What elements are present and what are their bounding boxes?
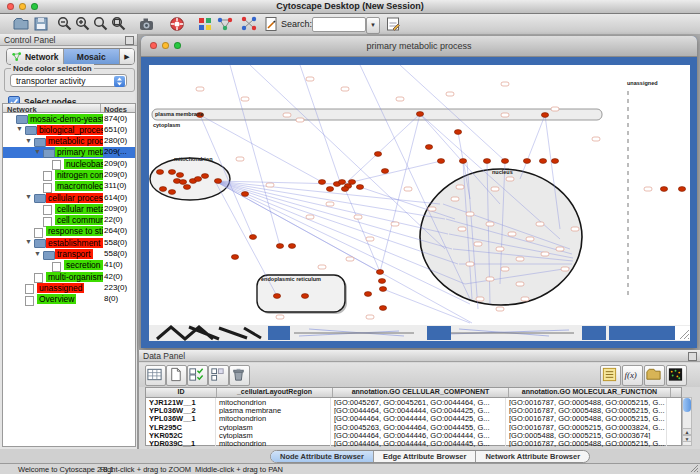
- graph-minor-node[interactable]: [516, 257, 524, 261]
- graph-minor-node[interactable]: [474, 242, 482, 246]
- graph-minor-node[interactable]: [501, 267, 509, 271]
- graph-node[interactable]: [356, 185, 363, 190]
- graph-edge[interactable]: [520, 115, 545, 179]
- graph-minor-node[interactable]: [391, 222, 399, 226]
- graph-minor-node[interactable]: [592, 137, 600, 141]
- graph-node[interactable]: [194, 177, 201, 182]
- graph-minor-node[interactable]: [326, 202, 334, 206]
- graph-minor-node[interactable]: [306, 77, 314, 81]
- column-header[interactable]: _cellularLayoutRegion: [217, 388, 333, 397]
- window-resize-grip[interactable]: [675, 326, 690, 340]
- graph-node[interactable]: [483, 159, 490, 164]
- graph-minor-node[interactable]: [318, 265, 326, 269]
- tree-item-nucleobase-[interactable]: nucleobase-209(0): [3, 158, 135, 169]
- column-header[interactable]: ID: [146, 388, 217, 397]
- tree-item-nitrogen-compo[interactable]: nitrogen compo209(0): [3, 169, 135, 180]
- tree-item-secretion[interactable]: secretion41(0): [3, 260, 135, 271]
- graph-node[interactable]: [364, 292, 371, 297]
- graph-node[interactable]: [288, 244, 295, 249]
- graph-minor-node[interactable]: [541, 252, 549, 256]
- network-canvas[interactable]: plasma membranecytoplasmmitochondrionnuc…: [149, 65, 690, 325]
- graph-node[interactable]: [551, 159, 558, 164]
- graph-minor-node[interactable]: [571, 227, 579, 231]
- open-icon[interactable]: [12, 15, 30, 33]
- graph-node[interactable]: [214, 179, 221, 184]
- app-resize-grip[interactable]: [690, 464, 699, 473]
- graph-node[interactable]: [541, 113, 548, 118]
- graph-node[interactable]: [437, 159, 444, 164]
- graph-minor-node[interactable]: [458, 227, 466, 231]
- zoom-selected-icon[interactable]: [92, 15, 110, 33]
- graph-minor-node[interactable]: [456, 185, 464, 189]
- graph-node[interactable]: [379, 287, 386, 292]
- graph-minor-node[interactable]: [496, 247, 504, 251]
- column-header[interactable]: annotation.GO CELLULAR_COMPONENT: [333, 388, 509, 397]
- tree-item-biological-process[interactable]: ▼biological_process651(0): [3, 124, 135, 135]
- graph-node[interactable]: [159, 187, 166, 192]
- help-icon[interactable]: [168, 15, 186, 33]
- graph-minor-node[interactable]: [196, 87, 204, 91]
- tab-mosaic[interactable]: Mosaic: [64, 49, 121, 64]
- graph-minor-node[interactable]: [283, 113, 291, 117]
- zoom-window-button[interactable]: [31, 3, 38, 10]
- tab-network-attribute-browser[interactable]: Network Attribute Browser: [476, 451, 589, 462]
- tree-item-cell-communicat[interactable]: cell communicat22(0): [3, 215, 135, 226]
- close-window-button[interactable]: [7, 3, 14, 10]
- tree-item-primary-metabo[interactable]: ▼primary metabo209(...: [3, 147, 135, 158]
- graph-minor-node[interactable]: [446, 92, 454, 96]
- graph-node[interactable]: [378, 279, 385, 284]
- graph-node[interactable]: [301, 294, 308, 299]
- graph-minor-node[interactable]: [526, 237, 534, 241]
- background-window-edge[interactable]: [268, 326, 290, 340]
- graph-minor-node[interactable]: [241, 97, 249, 101]
- tab-node-attribute-browser[interactable]: Node Attribute Browser: [271, 451, 374, 462]
- tree-item-mosaic-demo-yeast[interactable]: mosaic-demo-yeast874(0): [3, 113, 135, 124]
- graph-node[interactable]: [183, 185, 190, 190]
- graph-minor-node[interactable]: [486, 277, 494, 281]
- expand-arrow-icon[interactable]: ▼: [25, 193, 32, 200]
- graph-minor-node[interactable]: [556, 247, 564, 251]
- node-color-dropdown[interactable]: transporter activity: [10, 74, 127, 87]
- tree-item-response-to-stimulu[interactable]: response to stimulu264(0): [3, 226, 135, 237]
- graph-node[interactable]: [318, 180, 325, 185]
- tree-item-unassigned[interactable]: unassigned223(0): [3, 282, 135, 293]
- tree-item-transport[interactable]: ▼transport558(0): [3, 249, 135, 260]
- graph-minor-node[interactable]: [451, 197, 459, 201]
- tree-item-multi-organism-pro[interactable]: multi-organism pro42(0): [3, 271, 135, 282]
- graph-node[interactable]: [338, 180, 345, 185]
- graph-node[interactable]: [341, 187, 348, 192]
- graph-node[interactable]: [416, 112, 423, 117]
- graph-node[interactable]: [156, 170, 163, 175]
- more-tabs-button[interactable]: ▶: [120, 49, 134, 64]
- table-row[interactable]: YJR121W__1mitochondrion[GO:0045267, GO:0…: [146, 398, 681, 406]
- layout-b-icon[interactable]: [240, 15, 258, 33]
- tree-item-cellular-metabo[interactable]: cellular metabo209(0): [3, 203, 135, 214]
- graph-minor-node[interactable]: [276, 315, 284, 319]
- graph-minor-node[interactable]: [366, 315, 374, 319]
- table-row[interactable]: YPL036W__1mitochondrion[GO:0044464, GO:0…: [146, 414, 681, 422]
- graph-node[interactable]: [179, 180, 186, 185]
- scrollbar-thumb[interactable]: [683, 398, 691, 412]
- graph-node[interactable]: [459, 159, 466, 164]
- import-list-button[interactable]: [600, 365, 621, 386]
- graph-node[interactable]: [454, 130, 461, 135]
- background-window-edge[interactable]: [582, 326, 606, 340]
- minimize-window-button[interactable]: [19, 3, 26, 10]
- graph-minor-node[interactable]: [551, 107, 559, 111]
- graph-minor-node[interactable]: [486, 222, 494, 226]
- snapshot-icon[interactable]: [138, 15, 156, 33]
- graph-minor-node[interactable]: [266, 183, 274, 187]
- expand-arrow-icon[interactable]: ▼: [25, 137, 32, 144]
- scroll-down-button[interactable]: ▼: [682, 435, 692, 442]
- graph-minor-node[interactable]: [346, 257, 354, 261]
- graph-node[interactable]: [168, 190, 175, 195]
- expand-arrow-icon[interactable]: ▼: [34, 250, 41, 257]
- function-builder-button[interactable]: f(x): [622, 365, 643, 386]
- search-dropdown-button[interactable]: ▼: [366, 17, 380, 34]
- tree-item-metabolic-process[interactable]: ▼metabolic process280(0): [3, 136, 135, 147]
- graph-minor-node[interactable]: [428, 207, 436, 211]
- net-close-button[interactable]: [150, 42, 157, 49]
- graph-node[interactable]: [376, 270, 383, 275]
- graph-node[interactable]: [523, 159, 530, 164]
- graph-node[interactable]: [201, 174, 208, 179]
